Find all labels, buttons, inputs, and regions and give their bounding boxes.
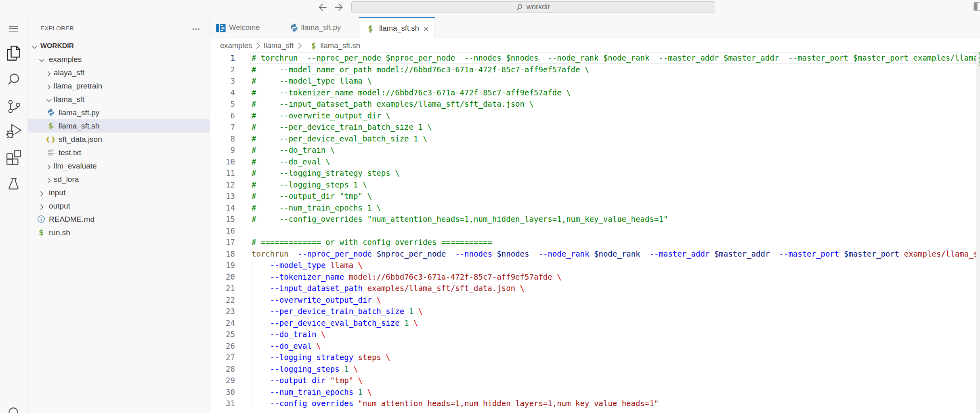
sidebar-item-explorer[interactable] [0,40,27,66]
code-line-31[interactable]: 31 --config_overrides "num_attention_hea… [210,398,976,409]
code-line-4[interactable]: 4# --tokenizer_name model://6bbd76c3-671… [210,87,976,99]
sidebar-item-source-control[interactable] [0,93,27,118]
tree-item-label: sd_lora [54,173,79,186]
code-line-11[interactable]: 11# --logging_strategy steps \ [210,167,976,179]
line-content: # ============= or with config overrides… [252,236,492,248]
line-content: # --input_dataset_path examples/llama_sf… [252,98,534,110]
sidebar-item-search[interactable] [0,66,27,92]
line-content: --logging_strategy steps \ [252,352,390,363]
tree-item-label: llama_sft.py [59,106,99,119]
line-number: 25 [210,329,235,340]
tree-item-label: llama_pretrain [54,79,102,93]
editor-scrollbar[interactable] [976,52,980,413]
close-icon[interactable] [423,25,430,32]
chevron-right-icon [38,201,45,208]
activity-bar-border [27,17,28,413]
chevron-down-icon [38,55,45,61]
tree-item-llama-sft-sh[interactable]: $llama_sft.sh [27,119,210,133]
tree-item-llama-sft-py[interactable]: llama_sft.py [27,106,210,119]
account-button[interactable] [8,407,18,413]
more-actions-icon[interactable] [191,25,201,33]
code-line-25[interactable]: 25 --do_train \ [210,329,976,340]
sidebar-item-extensions[interactable] [0,145,27,171]
code-line-30[interactable]: 30 --num_train_epochs 1 \ [210,386,976,398]
tree-item-label: test.txt [59,146,81,159]
code-line-10[interactable]: 10# --do_eval \ [210,156,976,168]
tree-item-sft-data-json[interactable]: {}sft_data.json [27,133,210,146]
breadcrumb-item[interactable]: llama_sft [264,41,294,50]
tree-item-llm-evaluate[interactable]: llm_evaluate [27,159,210,173]
chevron-right-icon [254,42,262,50]
line-number: 6 [210,110,235,122]
menu-icon [9,25,18,32]
line-number: 4 [210,87,235,99]
chevron-right-icon [46,81,52,88]
tree-item-output[interactable]: output [27,199,210,213]
code-line-13[interactable]: 13# --output_dir "tmp" \ [210,190,976,202]
chevron-down-icon [31,41,38,48]
code-line-12[interactable]: 12# --logging_steps 1 \ [210,179,976,191]
breadcrumb-item[interactable]: llama_sft.sh [320,41,360,50]
sidebar-item-testing[interactable] [0,171,27,197]
tab-welcome[interactable]: Welcome [210,17,282,38]
code-line-15[interactable]: 15# --config_overrides "num_attention_he… [210,213,976,225]
tree-item-llama-sft[interactable]: llama_sft [27,93,210,106]
sidebar-item-run-debug[interactable] [0,118,27,144]
menu-button[interactable] [0,20,27,37]
layout-toggle-button[interactable] [974,2,980,11]
line-number: 1 [210,52,235,64]
tree-item-llama-pretrain[interactable]: llama_pretrain [27,79,210,93]
files-icon [7,46,20,61]
code-line-2[interactable]: 2# --model_name_or_path model://6bbd76c3… [210,64,976,76]
code-line-5[interactable]: 5# --input_dataset_path examples/llama_s… [210,98,976,110]
tree-item-input[interactable]: input [27,186,210,199]
code-line-28[interactable]: 28 --logging_steps 1 \ [210,363,976,375]
forward-button[interactable] [333,1,345,13]
chevron-right-icon [38,188,45,195]
line-content: # --logging_steps 1 \ [252,179,367,191]
tree-item-label: WORKDIR [40,39,74,53]
code-line-27[interactable]: 27 --logging_strategy steps \ [210,352,976,363]
code-line-18[interactable]: 18torchrun --nproc_per_node $nproc_per_n… [210,248,976,260]
welcome-icon [216,23,225,33]
tree-item-readme-md[interactable]: i README.md [27,213,210,226]
code-line-24[interactable]: 24 --per_device_eval_batch_size 1 \ [210,317,976,329]
tree-item-test-txt[interactable]: test.txt [27,146,210,159]
code-line-6[interactable]: 6# --overwrite_output_dir \ [210,110,976,122]
line-content: --do_train \ [252,329,325,340]
code-line-1[interactable]: 1# torchrun --nproc_per_node $nproc_per_… [210,52,976,64]
code-line-29[interactable]: 29 --output_dir "tmp" \ [210,375,976,386]
code-line-16[interactable]: 16 [210,225,976,237]
code-line-9[interactable]: 9# --do_train \ [210,144,976,156]
tree-item-workdir[interactable]: WORKDIR [27,39,210,53]
tree-item-label: README.md [49,213,94,226]
tree-item-run-sh[interactable]: $run.sh [27,226,210,239]
code-line-20[interactable]: 20 --tokenizer_name model://6bbd76c3-671… [210,271,976,283]
tree-item-examples[interactable]: examples [27,53,210,66]
code-line-23[interactable]: 23 --per_device_train_batch_size 1 \ [210,306,976,317]
chevron-right-icon [296,42,304,50]
search-value: workdir [527,3,550,11]
tab-llama-sft-sh[interactable]: $llama_sft.sh [359,17,435,39]
code-line-26[interactable]: 26 --do_eval \ [210,340,976,352]
line-content: # --overwrite_output_dir \ [252,110,390,122]
tree-item-sd-lora[interactable]: sd_lora [27,173,210,186]
tree-item-alaya-sft[interactable]: alaya_sft [27,66,210,79]
code-line-17[interactable]: 17# ============= or with config overrid… [210,236,976,248]
code-line-21[interactable]: 21 --input_dataset_path examples/llama_s… [210,282,976,294]
code-line-22[interactable]: 22 --overwrite_output_dir \ [210,294,976,306]
tree-item-label: input [49,186,65,199]
command-center-search[interactable]: workdir [351,1,715,13]
code-line-14[interactable]: 14# --num_train_epochs 1 \ [210,202,976,214]
code-line-19[interactable]: 19 --model_type llama \ [210,259,976,271]
breadcrumb-item[interactable]: examples [220,41,252,50]
code-area[interactable]: 1# torchrun --nproc_per_node $nproc_per_… [210,52,976,413]
line-number: 14 [210,202,235,214]
minimap-line-mark [979,57,980,57]
line-content: --model_type llama \ [252,259,363,271]
code-line-8[interactable]: 8# --per_device_eval_batch_size 1 \ [210,133,976,145]
tab-llama-sft-py[interactable]: llama_sft.py [282,17,359,38]
back-button[interactable] [317,1,329,13]
code-line-3[interactable]: 3# --model_type llama \ [210,75,976,87]
code-line-7[interactable]: 7# --per_device_train_batch_size 1 \ [210,121,976,133]
